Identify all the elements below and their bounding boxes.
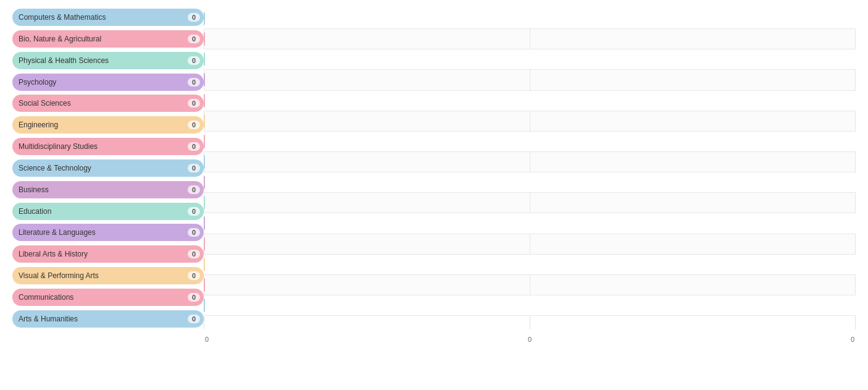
bar-fill [204,216,205,230]
label-pill: Bio, Nature & Agricultural0 [12,30,204,48]
label-badge: 0 [188,99,200,108]
bar-row [204,29,856,49]
bar-row [204,275,856,295]
label-pill: Liberal Arts & History0 [12,245,204,263]
label-text: Arts & Humanities [19,315,185,323]
label-badge: 0 [188,271,200,280]
chart-container: Computers & Mathematics0Bio, Nature & Ag… [0,0,868,390]
label-text: Liberal Arts & History [19,250,185,258]
bar-row [204,152,856,172]
label-text: Science & Technology [19,164,185,172]
label-badge: 0 [188,78,200,87]
bar-row [204,91,856,111]
label-text: Literature & Languages [19,228,185,237]
bar-row [204,295,856,316]
y-axis-labels: Computers & Mathematics0Bio, Nature & Ag… [12,9,204,343]
label-pill: Business0 [12,181,204,198]
label-pill: Computers & Mathematics0 [12,9,204,26]
label-pill: Physical & Health Sciences0 [12,52,204,69]
bar-row [204,49,856,70]
label-pill: Communications0 [12,289,204,306]
bar-fill [204,12,205,25]
bar-row [204,234,856,255]
bar-row [204,255,856,275]
bar-row [204,70,856,90]
bar-fill [204,135,205,148]
label-text: Engineering [19,121,185,129]
label-badge: 0 [188,121,200,129]
bar-row [204,193,856,213]
label-badge: 0 [188,250,200,258]
chart-area: Computers & Mathematics0Bio, Nature & Ag… [12,9,856,343]
label-pill: Arts & Humanities0 [12,310,204,328]
label-pill: Education0 [12,203,204,220]
label-badge: 0 [188,56,200,65]
label-badge: 0 [188,142,200,151]
bar-fill [204,73,205,87]
label-pill: Visual & Performing Arts0 [12,267,204,284]
label-badge: 0 [188,185,200,194]
label-badge: 0 [188,207,200,216]
label-pill: Social Sciences0 [12,95,204,112]
bar-row [204,111,856,132]
label-text: Education [19,207,185,216]
bar-fill [204,299,205,312]
x-axis-label: 0 [205,336,209,343]
label-pill: Multidisciplinary Studies0 [12,138,204,155]
bar-fill [204,94,205,108]
x-axis-label: 0 [851,336,854,343]
label-pill: Literature & Languages0 [12,224,204,241]
label-text: Multidisciplinary Studies [19,142,185,151]
label-badge: 0 [188,35,200,43]
label-pill: Engineering0 [12,116,204,134]
x-axis-label: 0 [528,336,532,343]
bar-fill [204,258,205,271]
bar-fill [204,176,205,189]
bar-fill [204,278,205,292]
bar-fill [204,155,205,169]
bar-row [204,172,856,193]
label-text: Computers & Mathematics [19,13,185,22]
x-axis-labels: 000 [204,336,856,343]
label-badge: 0 [188,293,200,302]
bar-row [204,132,856,152]
label-text: Business [19,185,185,194]
label-badge: 0 [188,164,200,172]
bar-fill [204,53,205,66]
label-badge: 0 [188,13,200,22]
bar-row [204,9,856,29]
label-pill: Psychology0 [12,74,204,91]
label-text: Physical & Health Sciences [19,56,185,65]
bar-fill [204,32,205,46]
bar-row [204,213,856,234]
label-text: Visual & Performing Arts [19,271,185,280]
label-text: Bio, Nature & Agricultural [19,35,185,43]
bar-fill [204,196,205,210]
bar-fill [204,237,205,251]
label-text: Social Sciences [19,99,185,108]
bar-area: 000 [204,9,856,343]
label-text: Communications [19,293,185,302]
label-pill: Science & Technology0 [12,159,204,177]
label-text: Psychology [19,78,185,87]
label-badge: 0 [188,228,200,237]
bar-fill [204,114,205,128]
label-badge: 0 [188,315,200,323]
